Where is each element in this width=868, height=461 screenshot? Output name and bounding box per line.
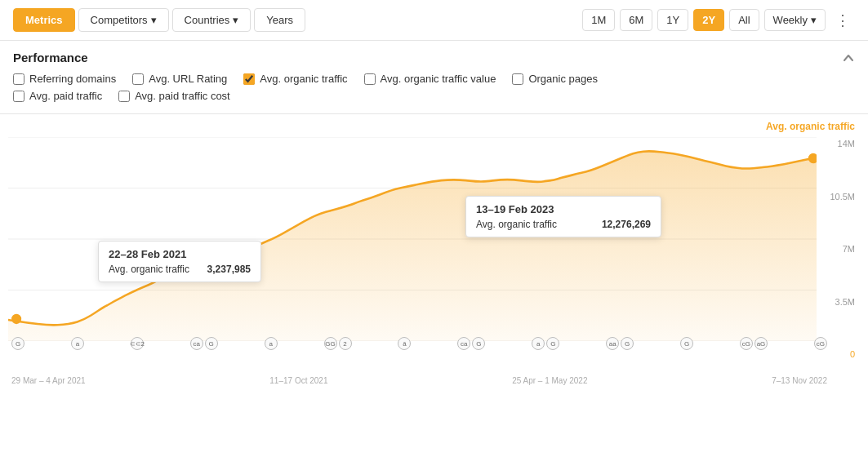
checkbox-avg-paid-traffic[interactable]: Avg. paid traffic [13,90,102,102]
tab-competitors-label: Competitors [91,14,148,26]
timeline-icon-g3[interactable]: G [472,337,485,350]
tooltip-1-metric: Avg. organic traffic [109,264,189,275]
checkbox-avg-paid-traffic-cost-input[interactable] [118,91,130,102]
timeline-icon-gg2[interactable]: GG [324,337,337,350]
checkbox-avg-paid-traffic-label: Avg. paid traffic [29,90,102,102]
timeline-icon-ca[interactable]: ca [190,337,203,350]
tooltip-2-date: 13–19 Feb 2023 [476,203,651,215]
tooltip-2-metric: Avg. organic traffic [476,219,557,230]
right-controls: 1M 6M 1Y 2Y All Weekly ▾ ⋮ [582,9,855,31]
timeline-icon-g2[interactable]: G [205,337,218,350]
time-btn-1y[interactable]: 1Y [657,9,688,31]
icon-group-6: GG 2 [324,337,352,350]
icon-group-10: aa G [606,337,634,350]
checkbox-row-2: Avg. paid traffic Avg. paid traffic cost [13,90,855,102]
icon-group-5: a [265,337,278,350]
timeline-icon-cga[interactable]: cG [740,337,753,350]
timeline-icon-g5[interactable]: G [621,337,634,350]
icon-group-12: cG aG [740,337,768,350]
timeline-icon-cg2[interactable]: cG [814,337,827,350]
checkbox-avg-paid-traffic-cost-label: Avg. paid traffic cost [135,90,230,102]
y-label-7m: 7M [830,244,855,254]
tab-group: Metrics Competitors ▾ Countries ▾ Years [13,8,305,32]
timeline-icon-ca2[interactable]: ca [457,337,470,350]
svg-point-6 [809,154,817,162]
checkbox-avg-url-rating-input[interactable] [132,73,144,85]
frequency-dropdown[interactable]: Weekly ▾ [764,9,826,31]
timeline-icon-a4[interactable]: a [532,337,545,350]
timeline-icon-a3[interactable]: ā [398,337,411,350]
x-label-2: 11–17 Oct 2021 [269,376,327,385]
checkbox-avg-url-rating[interactable]: Avg. URL Rating [132,73,227,85]
more-options-button[interactable]: ⋮ [830,10,855,31]
time-btn-1m[interactable]: 1M [582,9,615,31]
icon-group-13: cG [814,337,827,350]
tooltip-2-row: Avg. organic traffic 12,276,269 [476,219,651,230]
checkbox-avg-paid-traffic-cost[interactable]: Avg. paid traffic cost [118,90,230,102]
tab-years[interactable]: Years [254,8,305,32]
top-bar: Metrics Competitors ▾ Countries ▾ Years … [0,0,868,41]
checkbox-organic-pages[interactable]: Organic pages [512,73,598,85]
icon-group-9: a G [532,337,559,350]
tab-competitors[interactable]: Competitors ▾ [78,8,169,32]
y-label-3-5m: 3.5M [830,297,855,307]
icon-group-4: ca G [190,337,218,350]
timeline-icon-aa[interactable]: aa [606,337,619,350]
timeline-icon-a[interactable]: a [71,337,84,350]
x-label-1: 29 Mar – 4 Apr 2021 [11,376,86,385]
checkbox-avg-url-rating-label: Avg. URL Rating [149,73,227,85]
checkbox-avg-organic-traffic[interactable]: Avg. organic traffic [243,73,347,85]
time-btn-6m[interactable]: 6M [620,9,652,31]
timeline-icon-2[interactable]: 2 [339,337,352,350]
performance-header: Performance [13,51,855,64]
checkbox-avg-organic-traffic-value-label: Avg. organic traffic value [381,73,496,85]
icon-group-7: ā [398,337,411,350]
tab-countries-label: Countries [185,14,230,26]
y-label-14m: 14M [830,139,855,148]
tooltip-2: 13–19 Feb 2023 Avg. organic traffic 12,2… [465,196,661,237]
performance-title: Performance [13,51,88,64]
collapse-icon[interactable] [842,51,855,64]
chevron-down-icon: ▾ [811,14,817,26]
tab-countries[interactable]: Countries ▾ [172,8,251,32]
timeline-icon-ag[interactable]: aG [754,337,768,350]
timeline-icon-g4[interactable]: G [546,337,559,350]
tab-metrics[interactable]: Metrics [13,8,75,32]
timeline-icons: G a ⊂⊂2 ca G a GG 2 ā ca G a G a [11,336,827,351]
checkbox-organic-pages-input[interactable] [512,73,523,85]
chart-area: Avg. organic traffic 14M 10.5M 7M 3.5M 0 [0,114,868,392]
tooltip-1: 22–28 Feb 2021 Avg. organic traffic 3,23… [98,241,261,282]
svg-point-5 [12,315,20,323]
tooltip-1-date: 22–28 Feb 2021 [109,248,251,260]
chart-svg [8,137,817,341]
icon-group-11: G [680,337,693,350]
icon-group-1: G [11,337,24,350]
y-label-0: 0 [830,349,855,359]
x-axis: 29 Mar – 4 Apr 2021 11–17 Oct 2021 25 Ap… [11,376,827,385]
timeline-icon-cccc2[interactable]: ⊂⊂2 [131,337,144,350]
icon-group-8: ca G [457,337,485,350]
tooltip-1-row: Avg. organic traffic 3,237,985 [109,264,251,275]
chevron-down-icon: ▾ [151,14,157,26]
chart-series-label: Avg. organic traffic [766,121,855,132]
timeline-icon-g6[interactable]: G [680,337,693,350]
checkbox-avg-organic-traffic-input[interactable] [243,73,255,85]
tooltip-2-value: 12,276,269 [602,219,651,230]
timeline-icon-g[interactable]: G [11,337,24,350]
chevron-down-icon: ▾ [233,14,238,26]
checkbox-avg-organic-traffic-value[interactable]: Avg. organic traffic value [364,73,496,85]
time-btn-2y[interactable]: 2Y [693,9,724,31]
checkbox-referring-domains-input[interactable] [13,73,24,85]
x-label-4: 7–13 Nov 2022 [772,376,827,385]
icon-group-2: a [71,337,84,350]
checkbox-avg-organic-traffic-label: Avg. organic traffic [260,73,347,85]
y-axis-labels: 14M 10.5M 7M 3.5M 0 [830,139,855,359]
checkbox-avg-organic-traffic-value-input[interactable] [364,73,376,85]
timeline-icon-a2[interactable]: a [265,337,278,350]
checkbox-organic-pages-label: Organic pages [528,73,598,85]
checkbox-referring-domains[interactable]: Referring domains [13,73,116,85]
x-label-3: 25 Apr – 1 May 2022 [512,376,587,385]
time-btn-all[interactable]: All [729,9,759,31]
checkbox-avg-paid-traffic-input[interactable] [13,91,24,102]
y-label-10-5m: 10.5M [830,192,855,202]
